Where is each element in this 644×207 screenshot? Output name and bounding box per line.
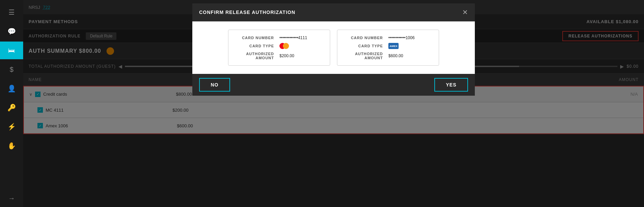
card2-number-value: ••••••••••••1006 xyxy=(388,35,415,40)
main-content: NRSJ 722 PAYMENT METHODS AVAILABLE $1,08… xyxy=(23,0,644,207)
sidebar-item-bed[interactable]: 🛏 xyxy=(0,42,23,59)
card-2-box: CARD NUMBER ••••••••••••1006 CARD TYPE A… xyxy=(337,30,439,66)
card2-auth-label: AUTHORIZEDAMOUNT xyxy=(345,52,383,60)
modal-no-button[interactable]: NO xyxy=(199,78,230,92)
amex-icon: AMEX xyxy=(388,43,399,49)
card1-number-value: •••••••••••••4111 xyxy=(279,35,307,40)
card1-auth-value: $200.00 xyxy=(279,53,294,58)
sidebar-item-key[interactable]: 🔑 xyxy=(0,99,23,116)
sidebar-item-bolt[interactable]: ⚡ xyxy=(0,118,23,136)
mc-right-circle xyxy=(283,43,289,49)
card1-number-label: CARD NUMBER xyxy=(237,36,274,40)
sidebar-item-user[interactable]: 👤 xyxy=(0,80,23,97)
modal-overlay: CONFIRM RELEASE AUTHORIZATION ✕ CARD NUM… xyxy=(23,0,644,207)
card1-auth-label: AUTHORIZEDAMOUNT xyxy=(237,52,274,60)
card-1-box: CARD NUMBER •••••••••••••4111 CARD TYPE … xyxy=(228,30,330,66)
mastercard-icon xyxy=(279,43,289,49)
card1-number-field: CARD NUMBER •••••••••••••4111 xyxy=(237,35,322,40)
sidebar-item-menu[interactable]: ☰ xyxy=(0,3,23,21)
sidebar-item-exit[interactable]: → xyxy=(0,189,23,207)
card2-type-label: CARD TYPE xyxy=(345,44,383,48)
card2-number-field: CARD NUMBER ••••••••••••1006 xyxy=(345,35,431,40)
sidebar-item-chat[interactable]: 💬 xyxy=(0,22,23,40)
menu-icon: ☰ xyxy=(9,8,15,16)
bed-icon: 🛏 xyxy=(8,47,15,54)
modal-footer: NO YES xyxy=(192,74,475,96)
confirm-release-modal: CONFIRM RELEASE AUTHORIZATION ✕ CARD NUM… xyxy=(192,3,475,96)
sidebar-item-hand[interactable]: ✋ xyxy=(0,137,23,155)
modal-header: CONFIRM RELEASE AUTHORIZATION ✕ xyxy=(192,3,475,21)
bolt-icon: ⚡ xyxy=(7,123,16,131)
card1-auth-field: AUTHORIZEDAMOUNT $200.00 xyxy=(237,52,322,60)
dollar-icon: $ xyxy=(10,66,13,74)
card1-type-field: CARD TYPE xyxy=(237,43,322,49)
key-icon: 🔑 xyxy=(7,104,16,112)
sidebar-item-dollar[interactable]: $ xyxy=(0,61,23,78)
chat-icon: 💬 xyxy=(7,27,16,35)
sidebar: ☰ 💬 🛏 $ 👤 🔑 ⚡ ✋ → xyxy=(0,0,23,207)
modal-close-button[interactable]: ✕ xyxy=(462,8,468,16)
card2-auth-value: $600.00 xyxy=(388,53,403,58)
card2-number-label: CARD NUMBER xyxy=(345,36,383,40)
modal-body: CARD NUMBER •••••••••••••4111 CARD TYPE … xyxy=(192,21,475,74)
card2-type-field: CARD TYPE AMEX xyxy=(345,43,431,49)
user-icon: 👤 xyxy=(7,84,16,93)
hand-icon: ✋ xyxy=(7,142,16,150)
card1-type-label: CARD TYPE xyxy=(237,44,274,48)
modal-title: CONFIRM RELEASE AUTHORIZATION xyxy=(199,10,295,15)
modal-yes-button[interactable]: YES xyxy=(434,78,468,92)
card2-auth-field: AUTHORIZEDAMOUNT $600.00 xyxy=(345,52,431,60)
exit-icon: → xyxy=(8,194,15,202)
